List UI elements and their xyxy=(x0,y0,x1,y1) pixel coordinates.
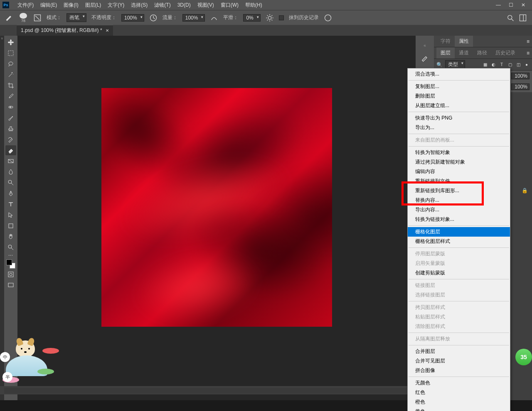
gear-icon[interactable] xyxy=(266,14,274,22)
ctx-merge-visible[interactable]: 合并可见图层 xyxy=(408,356,510,366)
tab-layers[interactable]: 图层 xyxy=(436,47,455,59)
airbrush-icon[interactable] xyxy=(210,14,218,22)
tab-channels[interactable]: 通道 xyxy=(455,47,473,59)
left-collapse-icon[interactable]: » xyxy=(0,36,4,39)
ctx-edit-contents[interactable]: 编辑内容 xyxy=(408,167,510,176)
tool-preset-icon[interactable] xyxy=(5,14,13,22)
brush-panel-icon[interactable] xyxy=(421,54,429,62)
zoom-tool[interactable] xyxy=(5,242,16,252)
filter-pixel-icon[interactable]: ▦ xyxy=(482,62,488,68)
opacity-select[interactable]: 100% xyxy=(121,14,144,22)
history-brush-tool[interactable] xyxy=(5,135,16,144)
menu-view[interactable]: 视图(V) xyxy=(194,2,217,9)
ctx-orange[interactable]: 橙色 xyxy=(408,397,510,407)
filter-type-icon[interactable]: T xyxy=(499,62,505,68)
crop-tool[interactable] xyxy=(5,81,16,91)
tab-paths[interactable]: 路径 xyxy=(473,47,491,59)
tab-character[interactable]: 字符 xyxy=(436,36,455,47)
color-swatch[interactable] xyxy=(6,259,15,269)
maximize-button[interactable]: ☐ xyxy=(507,2,515,8)
menu-3d[interactable]: 3D(D) xyxy=(174,2,194,8)
stamp-tool[interactable] xyxy=(5,124,16,134)
fill-input[interactable]: 100% xyxy=(511,83,530,90)
panel-collapse-icon[interactable]: « xyxy=(416,43,434,48)
menu-type[interactable]: 文字(Y) xyxy=(104,2,128,9)
brush-settings-icon[interactable] xyxy=(33,14,42,22)
close-button[interactable]: ✕ xyxy=(520,2,527,8)
ctx-group-from-layers[interactable]: 从图层建立组... xyxy=(408,101,510,110)
shape-tool[interactable] xyxy=(5,221,16,231)
menu-select[interactable]: 选择(S) xyxy=(128,2,151,9)
flow-select[interactable]: 100% xyxy=(182,14,205,22)
workspace-icon[interactable] xyxy=(519,14,527,22)
opacity-input[interactable]: 100% xyxy=(511,73,530,79)
search-icon[interactable] xyxy=(506,14,515,22)
ctx-copy-layer[interactable]: 复制图层... xyxy=(408,82,510,91)
dodge-tool[interactable] xyxy=(5,178,16,188)
menu-help[interactable]: 帮助(H) xyxy=(242,2,266,9)
ctx-flatten-image[interactable]: 拼合图像 xyxy=(408,366,510,375)
search-icon[interactable]: 🔍 xyxy=(436,62,443,68)
filter-shape-icon[interactable]: ▢ xyxy=(507,62,513,68)
panel-menu-icon[interactable]: ≡ xyxy=(527,39,530,44)
ime-mode-bubble[interactable]: 中 xyxy=(0,352,10,362)
notification-badge[interactable]: 35 xyxy=(515,349,532,365)
erase-history-checkbox[interactable] xyxy=(279,15,284,20)
filter-type-select[interactable]: 类型 xyxy=(445,60,465,69)
menu-filter[interactable]: 滤镜(T) xyxy=(151,2,174,9)
tab-close-icon[interactable]: ✕ xyxy=(106,28,109,33)
mode-select[interactable]: 画笔 xyxy=(66,13,86,22)
minimize-button[interactable]: — xyxy=(495,2,502,8)
ime-width-bubble[interactable]: 半 xyxy=(2,372,12,382)
panel-menu-icon[interactable]: ≡ xyxy=(527,50,530,56)
hand-tool[interactable] xyxy=(5,232,16,242)
brush-tool[interactable] xyxy=(5,113,16,123)
filter-toggle-icon[interactable]: ● xyxy=(524,62,530,68)
menu-edit[interactable]: 编辑(E) xyxy=(37,2,60,9)
ime-mascot[interactable]: 中 半 xyxy=(1,340,63,386)
blur-tool[interactable] xyxy=(5,167,16,177)
ctx-export-as[interactable]: 导出为... xyxy=(408,123,510,132)
lock-icon[interactable]: 🔒 xyxy=(522,188,528,193)
ctx-relink-file[interactable]: 重新链接到文件... xyxy=(408,176,510,186)
healing-tool[interactable] xyxy=(5,102,16,112)
ctx-convert-smart-object[interactable]: 转换为智能对象 xyxy=(408,148,510,157)
horizontal-scrollbar[interactable] xyxy=(4,388,426,394)
move-tool[interactable] xyxy=(5,37,16,47)
menu-window[interactable]: 窗口(W) xyxy=(217,2,242,9)
ctx-no-color[interactable]: 无颜色 xyxy=(408,378,510,388)
ctx-delete-layer[interactable]: 删除图层 xyxy=(408,91,510,101)
magic-wand-tool[interactable] xyxy=(5,70,16,80)
pressure-size-icon[interactable] xyxy=(324,14,332,22)
canvas-area[interactable] xyxy=(17,36,416,404)
ctx-convert-linked[interactable]: 转换为链接对象... xyxy=(408,215,510,224)
ctx-create-clipping-mask[interactable]: 创建剪贴蒙版 xyxy=(408,268,510,278)
pressure-opacity-icon[interactable] xyxy=(149,14,158,22)
type-tool[interactable] xyxy=(5,199,16,209)
tab-history[interactable]: 历史记录 xyxy=(491,47,520,59)
tab-properties[interactable]: 属性 xyxy=(455,36,473,47)
filter-adjust-icon[interactable]: ◐ xyxy=(490,62,496,68)
path-select-tool[interactable] xyxy=(5,210,16,220)
screenmode-tool[interactable] xyxy=(5,280,16,290)
menu-layer[interactable]: 图层(L) xyxy=(82,2,105,9)
ctx-export-contents[interactable]: 导出内容... xyxy=(408,205,510,215)
ctx-quick-export-png[interactable]: 快速导出为 PNG xyxy=(408,113,510,123)
menu-image[interactable]: 图像(I) xyxy=(60,2,81,9)
menu-file[interactable]: 文件(F) xyxy=(14,2,37,9)
eraser-tool[interactable] xyxy=(5,145,16,155)
tool-overflow-icon[interactable]: ••• xyxy=(8,253,13,257)
brush-preview[interactable]: 78 xyxy=(18,13,28,23)
pen-tool[interactable] xyxy=(5,188,16,198)
ctx-blend-options[interactable]: 混合选项... xyxy=(408,69,510,79)
ctx-replace-contents[interactable]: 替换内容... xyxy=(408,196,510,205)
smoothing-select[interactable]: 0% xyxy=(243,14,260,22)
foreground-color[interactable] xyxy=(6,259,12,265)
filter-smart-icon[interactable]: ◫ xyxy=(515,62,521,68)
lasso-tool[interactable] xyxy=(5,59,16,69)
ctx-merge-layers[interactable]: 合并图层 xyxy=(408,347,510,356)
ctx-new-smart-via-copy[interactable]: 通过拷贝新建智能对象 xyxy=(408,157,510,167)
ctx-rasterize-style[interactable]: 栅格化图层样式 xyxy=(408,237,510,246)
document-tab[interactable]: 1.psd @ 100% (褶皱素材, RGB/8#) * ✕ xyxy=(17,25,113,36)
ctx-yellow[interactable]: 黄色 xyxy=(408,407,510,411)
